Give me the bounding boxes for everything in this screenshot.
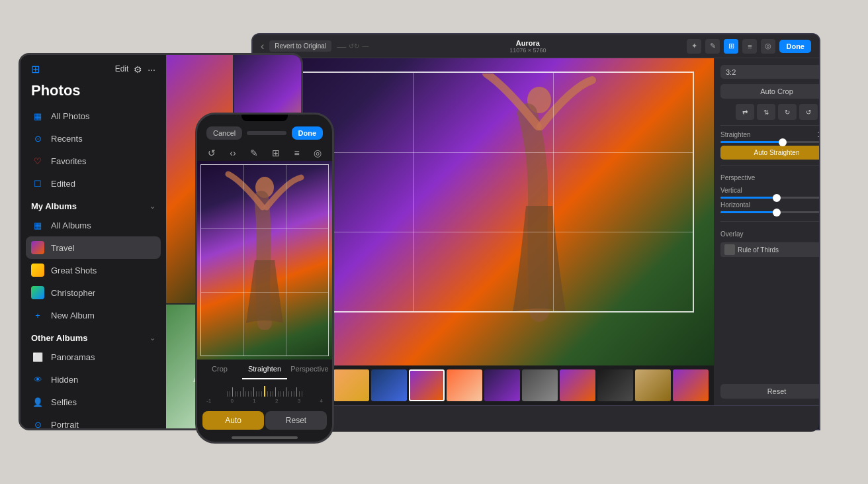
tick [294,391,294,397]
sidebar-item-recents[interactable]: ⊙ Recents [21,127,166,150]
filmstrip-thumb-4[interactable] [371,369,407,401]
iphone-tool-row: ↺ ‹› ✎ ⊞ ≡ ◎ [197,145,332,161]
sidebar-item-all-albums[interactable]: ▦ All Albums [21,214,166,236]
straighten-slider[interactable] [720,141,819,143]
settings-icon[interactable]: ⚙ [134,64,142,75]
sidebar-item-travel[interactable]: Travel [26,236,161,259]
ipad-sidebar: ⊞ Edit ⚙ ··· Photos ▦ All Photos ⊙ Recen… [21,55,166,428]
overlay-icon [724,244,735,255]
crop-grid-h2 [274,232,693,232]
sidebar-item-selfies[interactable]: 👤 Selfies [21,391,166,413]
christopher-label: Christopher [51,288,95,298]
circle-icon[interactable]: ◎ [761,39,775,54]
favorites-icon: ♡ [31,154,44,168]
tick [230,391,230,397]
iphone-tab-perspective[interactable]: Perspective [287,360,332,379]
edited-label: Edited [51,179,75,189]
iphone-tab-crop[interactable]: Crop [197,360,242,379]
horizontal-slider[interactable] [720,211,819,213]
tick [240,391,241,397]
sidebar-item-all-photos[interactable]: ▦ All Photos [21,105,166,127]
sidebar-item-new-album[interactable]: + New Album [21,304,166,326]
iphone-adjust-icon[interactable]: ≡ [294,148,300,158]
ruler-label-2: 2 [275,398,278,404]
ruler-labels: -1 0 1 2 3 4 [205,397,324,404]
ratio-select[interactable]: 3:2 ▾ [720,65,819,79]
iphone-tab-straighten[interactable]: Straighten [242,360,287,379]
other-albums-chevron[interactable]: ⌄ [150,334,155,342]
flip-h-button[interactable]: ⇄ [736,104,754,120]
iphone-crop-tool-icon[interactable]: ⊞ [272,148,280,158]
sidebar-item-portrait[interactable]: ⊙ Portrait [21,413,166,430]
sidebar-item-edited[interactable]: ☐ Edited [21,172,166,195]
iphone-done-button[interactable]: Done [292,126,324,140]
iphone-undo-icon[interactable]: ↺ [208,148,216,158]
overlay-section: Overlay Rule of Thirds ▾ [720,221,819,257]
auto-straighten-button[interactable]: Auto Straighten [720,146,819,160]
tick [248,391,249,397]
straighten-row: Straighten 1.83° [720,131,819,138]
pencil-icon[interactable]: ✎ [705,39,720,54]
edit-button[interactable]: Edit [115,64,129,75]
auto-crop-button[interactable]: Auto Crop [720,84,819,99]
adjust-icon[interactable]: ≡ [742,39,757,54]
filmstrip-thumb-11[interactable] [635,369,671,401]
reset-button[interactable]: Reset [720,384,819,399]
recents-label: Recents [51,134,83,144]
done-button[interactable]: Done [779,40,811,53]
filmstrip-thumb-8[interactable] [522,369,558,401]
filmstrip-thumb-7[interactable] [484,369,520,401]
crop-grid-h1 [274,152,693,153]
sidebar-item-panoramas[interactable]: ⬜ Panoramas [21,346,166,368]
sidebar-item-favorites[interactable]: ♡ Favorites [21,150,166,172]
sidebar-item-hidden[interactable]: 👁 Hidden [21,368,166,391]
rotate-ccw-button[interactable]: ↺ [799,104,818,120]
iphone-reset-button[interactable]: Reset [265,411,327,430]
horizontal-label: Horizontal [720,201,750,209]
sidebar-item-christopher[interactable]: Christopher [21,281,166,304]
overlay-select[interactable]: Rule of Thirds ▾ [720,242,819,257]
iphone-auto-button[interactable]: Auto [202,411,264,430]
magic-wand-icon[interactable]: ✦ [687,39,701,54]
vertical-slider[interactable] [720,197,819,199]
horizontal-thumb[interactable] [773,209,781,217]
iphone-pencil-icon[interactable]: ✎ [250,148,258,158]
crop-icon[interactable]: ⊞ [724,39,738,54]
great-shots-icon [31,264,44,277]
iphone-tab-bar: Crop Straighten Perspective [197,360,332,379]
back-button[interactable]: ‹ [261,40,264,52]
flip-v-button[interactable]: ⇅ [757,104,775,120]
filmstrip-thumb-10[interactable] [597,369,633,401]
iphone-photo [197,161,332,360]
iphone-cancel-button[interactable]: Cancel [206,126,242,140]
iphone-circle-icon[interactable]: ◎ [314,148,322,158]
tick [302,391,302,397]
straighten-fill [720,141,783,143]
iphone-ruler[interactable]: -1 0 1 2 3 4 [205,383,324,403]
filmstrip-thumb-6[interactable] [447,369,482,401]
macbook-screen: ‹ Revert to Original — ↺↻ — Aurora 11076… [253,34,819,405]
iphone: Cancel Done ↺ ‹› ✎ ⊞ ≡ ◎ Crop [195,113,334,444]
filmstrip-thumb-5[interactable] [409,369,445,401]
filmstrip-thumb-12[interactable] [673,369,709,401]
photo-title: Aurora [516,39,540,47]
straighten-thumb[interactable] [779,138,787,146]
hidden-label: Hidden [51,375,78,385]
vertical-row: Vertical 0 % [720,187,819,194]
tick [278,391,279,397]
sidebar-item-great-shots[interactable]: Great Shots [21,259,166,281]
my-albums-chevron[interactable]: ⌄ [150,202,155,211]
rotate-cw-button[interactable]: ↻ [778,104,797,120]
filmstrip-thumb-9[interactable] [560,369,595,401]
my-albums-label: My Albums [31,201,77,211]
more-icon[interactable]: ··· [148,64,155,75]
sidebar-toggle-icon[interactable]: ⊞ [31,63,40,75]
filmstrip-thumb-3[interactable] [333,369,369,401]
sidebar-icons-left: ⊞ [31,63,40,75]
hidden-icon: 👁 [31,373,44,386]
vertical-thumb[interactable] [773,194,781,202]
iphone-code-icon[interactable]: ‹› [230,148,236,158]
all-photos-label: All Photos [51,111,90,121]
revert-button[interactable]: Revert to Original [269,40,331,52]
tick [283,391,284,397]
